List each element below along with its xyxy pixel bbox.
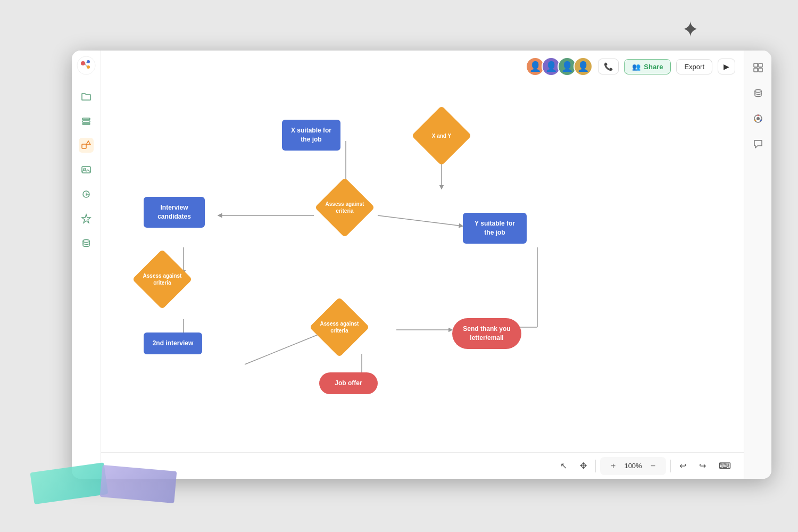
comment-panel-icon[interactable]: [750, 136, 767, 153]
send-thank-you-node[interactable]: Send thank you letter/email: [452, 318, 521, 349]
interview-candidates-node[interactable]: Interview candidates: [144, 197, 205, 228]
svg-rect-11: [82, 167, 90, 173]
sparkle-decoration: ✦: [681, 17, 700, 41]
svg-rect-27: [754, 68, 758, 72]
share-label: Share: [644, 63, 663, 71]
phone-button[interactable]: 📞: [598, 59, 619, 74]
job-offer-label: Job offer: [335, 379, 362, 387]
flowchart-canvas: X suitable for the job X and Y Assess ag…: [101, 82, 716, 452]
export-label: Export: [684, 63, 704, 71]
y-suitable-label: Y suitable for the job: [475, 220, 515, 236]
send-thank-you-label: Send thank you letter/email: [463, 325, 510, 342]
assess1-node[interactable]: Assess against criteria: [323, 186, 366, 229]
play-button[interactable]: ▶: [718, 59, 735, 74]
svg-rect-25: [754, 63, 758, 67]
avatar-group: 👤 👤 👤 👤: [526, 57, 593, 76]
svg-point-32: [757, 115, 759, 117]
y-suitable-node[interactable]: Y suitable for the job: [463, 213, 527, 244]
toolbar-divider-1: [595, 460, 596, 472]
svg-rect-7: [82, 121, 90, 122]
second-interview-node[interactable]: 2nd interview: [144, 332, 202, 354]
svg-marker-10: [86, 141, 90, 145]
assess2-node[interactable]: Assess against criteria: [141, 258, 184, 301]
svg-point-2: [87, 60, 90, 63]
svg-rect-28: [759, 68, 762, 72]
export-button[interactable]: Export: [676, 59, 712, 74]
left-sidebar: [72, 51, 101, 479]
assess1-label: Assess against criteria: [323, 201, 366, 214]
svg-point-34: [754, 120, 756, 121]
svg-point-13: [83, 240, 89, 243]
keyboard-button[interactable]: ⌨: [714, 459, 735, 473]
theme-panel-icon[interactable]: [750, 110, 767, 127]
undo-button[interactable]: ↩: [675, 459, 691, 473]
avatar-4: 👤: [573, 57, 593, 76]
x-and-y-label: X and Y: [432, 132, 452, 139]
redo-button[interactable]: ↪: [695, 459, 710, 473]
svg-rect-26: [759, 63, 762, 67]
svg-rect-6: [82, 118, 90, 120]
canvas-area: 👤 👤 👤 👤 📞 👥 Share Export ▶: [101, 51, 744, 479]
settings-panel-icon[interactable]: [750, 59, 767, 76]
google-icon[interactable]: [79, 187, 94, 202]
image-icon[interactable]: [79, 162, 94, 177]
share-button[interactable]: 👥 Share: [624, 59, 671, 74]
share-icon: 👥: [632, 63, 641, 71]
x-and-y-node[interactable]: X and Y: [420, 114, 463, 157]
right-panel: [744, 51, 771, 479]
top-toolbar: 👤 👤 👤 👤 📞 👥 Share Export ▶: [101, 51, 744, 82]
connector-lines: [101, 82, 716, 452]
job-offer-node[interactable]: Job offer: [319, 372, 378, 394]
assess3-label: Assess against criteria: [318, 320, 361, 334]
svg-point-29: [755, 90, 761, 93]
shapes-icon[interactable]: [79, 138, 94, 153]
app-window: 👤 👤 👤 👤 📞 👥 Share Export ▶: [72, 51, 771, 479]
zoom-controls: + 100% −: [600, 457, 666, 475]
svg-rect-8: [82, 123, 90, 124]
svg-point-1: [81, 61, 85, 65]
database-panel-icon[interactable]: [750, 85, 767, 102]
svg-point-3: [87, 65, 90, 69]
move-tool[interactable]: ✥: [576, 459, 591, 473]
app-logo[interactable]: [77, 56, 96, 75]
bottom-toolbar: ↖ ✥ + 100% − ↩ ↪ ⌨: [101, 452, 744, 479]
x-suitable-label: X suitable for the job: [291, 127, 331, 143]
folder-icon[interactable]: [79, 89, 94, 104]
plugin-icon[interactable]: [79, 211, 94, 226]
cursor-tool[interactable]: ↖: [556, 459, 571, 473]
layers-icon[interactable]: [79, 113, 94, 128]
zoom-out-button[interactable]: −: [646, 459, 660, 473]
database-icon[interactable]: [79, 236, 94, 251]
assess3-node[interactable]: Assess against criteria: [318, 306, 361, 348]
svg-rect-9: [82, 144, 86, 148]
interview-candidates-label: Interview candidates: [157, 204, 191, 220]
assess2-label: Assess against criteria: [141, 272, 184, 286]
svg-point-33: [760, 120, 761, 121]
zoom-in-button[interactable]: +: [606, 459, 620, 473]
x-suitable-node[interactable]: X suitable for the job: [282, 120, 340, 151]
toolbar-divider-2: [670, 460, 671, 472]
svg-point-31: [757, 117, 760, 120]
svg-line-17: [378, 215, 463, 226]
second-interview-label: 2nd interview: [153, 339, 194, 347]
zoom-level-display: 100%: [624, 462, 642, 470]
paper-note-teal: [30, 462, 108, 504]
